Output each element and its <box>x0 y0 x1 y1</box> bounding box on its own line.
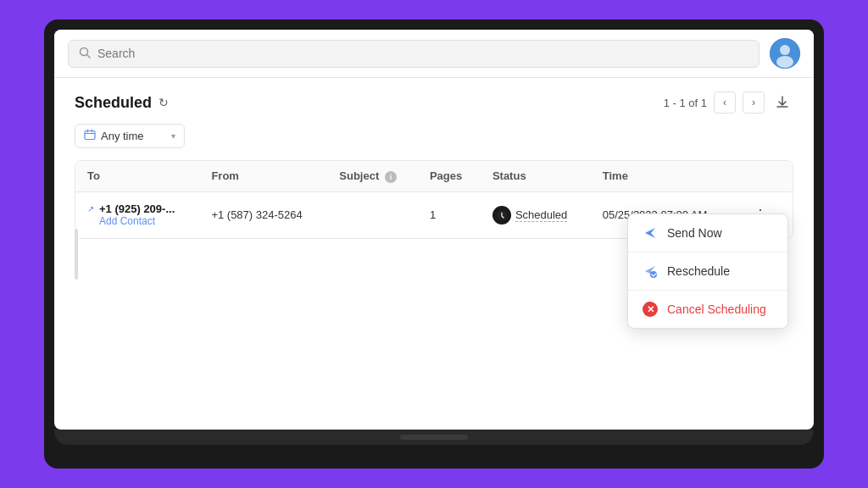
send-now-icon <box>642 225 659 241</box>
pagination: 1 - 1 of 1 ‹ › <box>664 92 793 114</box>
subject-cell <box>327 191 418 238</box>
download-icon[interactable] <box>771 92 793 114</box>
col-subject: Subject i <box>327 161 418 191</box>
from-cell: +1 (587) 324-5264 <box>199 191 327 238</box>
status-icon <box>492 206 511 225</box>
svg-point-4 <box>776 56 793 68</box>
page-header: Scheduled ↻ 1 - 1 of 1 ‹ › <box>75 92 793 114</box>
context-menu: Send Now Reschedule <box>627 214 788 329</box>
avatar[interactable] <box>770 38 800 69</box>
laptop-frame: Scheduled ↻ 1 - 1 of 1 ‹ › <box>44 19 824 469</box>
header <box>54 30 814 78</box>
reschedule-menu-item[interactable]: Reschedule <box>628 252 787 291</box>
pagination-next-button[interactable]: › <box>743 92 765 114</box>
reschedule-icon <box>642 263 659 280</box>
status-cell: Scheduled <box>481 191 591 238</box>
to-number: +1 (925) 209-... <box>99 202 175 215</box>
col-status: Status <box>481 161 591 191</box>
laptop-base <box>54 430 814 445</box>
to-info: +1 (925) 209-... Add Contact <box>99 202 175 227</box>
svg-rect-5 <box>85 131 95 140</box>
filter-label: Any time <box>101 130 144 142</box>
page-title: Scheduled <box>75 94 152 112</box>
chevron-down-icon: ▾ <box>171 131 175 141</box>
filter-row: Any time ▾ <box>75 124 793 148</box>
main-content: Scheduled ↻ 1 - 1 of 1 ‹ › <box>54 78 814 430</box>
cancel-scheduling-label: Cancel Scheduling <box>667 302 766 316</box>
col-from: From <box>199 161 327 191</box>
status-badge: Scheduled <box>492 206 579 225</box>
send-now-menu-item[interactable]: Send Now <box>628 214 787 252</box>
refresh-icon[interactable]: ↻ <box>159 96 169 109</box>
table-header: To From Subject i Pages Status Time <box>75 161 793 191</box>
reschedule-label: Reschedule <box>667 264 730 278</box>
col-time: Time <box>591 161 734 191</box>
external-link-icon: ↗ <box>87 204 94 214</box>
to-cell: ↗ +1 (925) 209-... Add Contact <box>75 191 199 238</box>
subject-info-icon[interactable]: i <box>385 171 397 183</box>
cancel-icon: ✕ <box>642 301 659 318</box>
col-to: To <box>75 161 199 191</box>
pagination-prev-button[interactable]: ‹ <box>714 92 736 114</box>
add-contact-link[interactable]: Add Contact <box>99 215 175 227</box>
col-actions <box>734 161 793 191</box>
pages-cell: 1 <box>418 191 481 238</box>
app-container: Scheduled ↻ 1 - 1 of 1 ‹ › <box>54 30 814 430</box>
status-text: Scheduled <box>515 208 567 222</box>
scroll-indicator <box>75 229 78 280</box>
svg-line-1 <box>87 54 91 58</box>
cancel-scheduling-menu-item[interactable]: ✕ Cancel Scheduling <box>628 291 787 328</box>
pagination-label: 1 - 1 of 1 <box>664 97 707 109</box>
search-bar[interactable] <box>68 40 760 68</box>
search-input[interactable] <box>97 47 748 60</box>
svg-point-3 <box>780 45 790 55</box>
laptop-notch <box>400 435 468 440</box>
send-now-label: Send Now <box>667 226 722 240</box>
anytime-filter-dropdown[interactable]: Any time ▾ <box>75 124 185 148</box>
calendar-icon <box>84 129 96 143</box>
screen: Scheduled ↻ 1 - 1 of 1 ‹ › <box>54 30 814 430</box>
col-pages: Pages <box>418 161 481 191</box>
search-icon <box>79 47 91 61</box>
page-title-row: Scheduled ↻ <box>75 94 169 112</box>
